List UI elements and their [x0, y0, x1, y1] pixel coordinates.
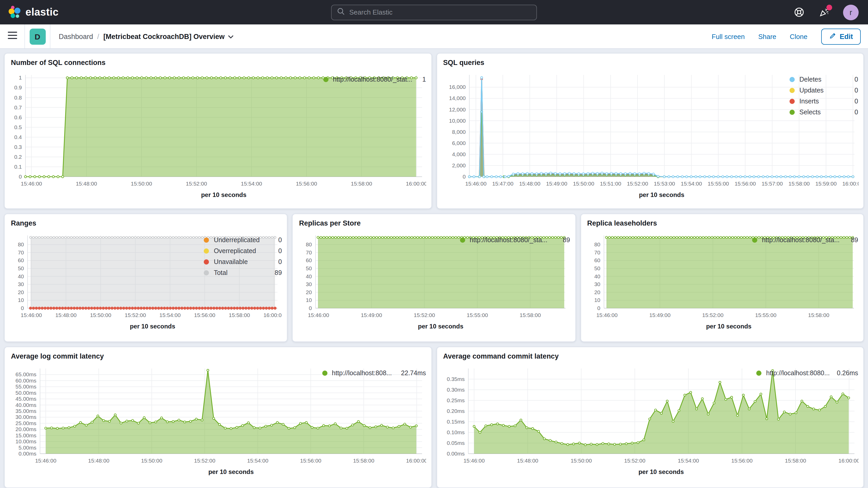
share-button[interactable]: Share	[758, 32, 776, 40]
svg-text:15:48:00: 15:48:00	[55, 312, 77, 318]
legend-item[interactable]: http://localhost:8080...0.26ms	[756, 367, 858, 378]
svg-text:0.2: 0.2	[14, 154, 22, 160]
chart-canvas-log-commit-latency[interactable]: 0.00ms5.00ms10.00ms15.00ms20.00ms25.00ms…	[10, 363, 322, 467]
panel-title[interactable]: Average command commit latency	[443, 353, 858, 360]
help-icon[interactable]	[793, 6, 805, 18]
svg-text:20: 20	[594, 289, 600, 295]
edit-button[interactable]: Edit	[821, 28, 861, 44]
svg-text:15:49:00: 15:49:00	[649, 312, 671, 318]
global-search[interactable]	[331, 4, 537, 20]
svg-text:0: 0	[462, 174, 465, 180]
svg-text:15:50:00: 15:50:00	[573, 181, 594, 187]
svg-text:2,000: 2,000	[452, 162, 465, 169]
svg-text:16,000: 16,000	[449, 84, 465, 90]
svg-text:80: 80	[306, 241, 312, 247]
panel-title[interactable]: Ranges	[11, 219, 282, 227]
legend-swatch-icon	[204, 237, 209, 242]
legend-value: 89	[847, 236, 858, 243]
panel-ranges: Ranges 0102030405060708015:46:0015:48:00…	[4, 214, 288, 342]
chart-canvas-replica-leaseholders[interactable]: 0102030405060708015:46:0015:49:0015:52:0…	[586, 230, 752, 322]
svg-text:15:49:00: 15:49:00	[361, 312, 382, 318]
legend-item[interactable]: http://localhost:8080/_sta...89	[752, 234, 858, 245]
svg-text:15:54:00: 15:54:00	[159, 312, 181, 318]
legend-item[interactable]: http://localhost:808...22.74ms	[322, 367, 426, 378]
page-title-text: [Metricbeat CockroachDB] Overview	[103, 32, 225, 40]
chart-legend: Deletes0Updates0Inserts0Selects0	[789, 70, 858, 199]
legend-item[interactable]: Updates0	[789, 85, 858, 96]
svg-text:60: 60	[306, 257, 312, 263]
svg-text:0.25ms: 0.25ms	[446, 397, 464, 403]
panel-title[interactable]: Average log commit latency	[11, 353, 426, 360]
svg-text:0.7: 0.7	[14, 104, 22, 111]
newsfeed-icon[interactable]	[818, 6, 830, 18]
chart-canvas-replicas-per-store[interactable]: 0102030405060708015:46:0015:49:0015:52:0…	[298, 230, 460, 322]
legend-item[interactable]: Total89	[204, 267, 282, 278]
legend-item[interactable]: Deletes0	[789, 74, 858, 85]
svg-text:40.00ms: 40.00ms	[16, 402, 36, 408]
svg-text:0.35ms: 0.35ms	[446, 376, 464, 382]
dashboard-toolbar: D Dashboard / [Metricbeat CockroachDB] O…	[0, 24, 868, 49]
legend-item[interactable]: http://localhost:8080/_sta...89	[460, 234, 570, 245]
search-icon	[337, 7, 345, 18]
svg-text:15:52:00: 15:52:00	[414, 312, 435, 318]
svg-text:65.00ms: 65.00ms	[16, 371, 36, 377]
legend-item[interactable]: Overreplicated0	[204, 245, 282, 256]
svg-text:15:46:00: 15:46:00	[463, 458, 485, 464]
svg-text:15:46:00: 15:46:00	[35, 458, 56, 464]
panel-title[interactable]: SQL queries	[443, 59, 858, 66]
svg-text:0.10ms: 0.10ms	[446, 429, 464, 435]
panel-average-command-commit-latency: Average command commit latency 0.00ms0.0…	[436, 347, 864, 488]
chevron-down-icon[interactable]	[228, 32, 234, 40]
chart-canvas-command-commit-latency[interactable]: 0.00ms0.05ms0.10ms0.15ms0.20ms0.25ms0.30…	[442, 363, 756, 467]
legend-swatch-icon	[204, 270, 209, 275]
user-avatar[interactable]: r	[843, 4, 859, 20]
legend-label: Updates	[799, 87, 824, 94]
svg-text:0.00ms: 0.00ms	[19, 451, 36, 457]
svg-text:15:50:00: 15:50:00	[90, 312, 111, 318]
clone-button[interactable]: Clone	[790, 32, 807, 40]
svg-text:15:46:00: 15:46:00	[308, 312, 329, 318]
svg-text:80: 80	[594, 241, 600, 247]
svg-text:0: 0	[19, 174, 22, 180]
svg-text:50.00ms: 50.00ms	[16, 390, 36, 396]
panel-title[interactable]: Replica leaseholders	[587, 219, 858, 227]
svg-text:15:56:00: 15:56:00	[300, 458, 321, 464]
svg-text:15:48:00: 15:48:00	[519, 181, 540, 187]
svg-text:0.4: 0.4	[14, 134, 22, 140]
panel-title[interactable]: Number of SQL connections	[11, 59, 426, 66]
menu-button[interactable]	[0, 24, 24, 48]
breadcrumb-dashboard[interactable]: Dashboard	[59, 32, 93, 40]
chart-canvas-sql-queries[interactable]: 02,0004,0006,0008,00010,00012,00014,0001…	[442, 70, 789, 190]
legend-item[interactable]: http://localhost:8080/_stat...1	[323, 74, 426, 85]
svg-text:30.00ms: 30.00ms	[16, 414, 36, 420]
svg-text:60: 60	[594, 257, 600, 263]
svg-text:40: 40	[18, 273, 24, 279]
full-screen-button[interactable]: Full screen	[712, 32, 745, 40]
page-title[interactable]: [Metricbeat CockroachDB] Overview	[103, 32, 234, 40]
chart-canvas-sql-connections[interactable]: 00.10.20.30.40.50.60.70.80.9115:46:0015:…	[10, 70, 323, 190]
svg-text:30: 30	[18, 281, 24, 287]
svg-text:15:48:00: 15:48:00	[88, 458, 110, 464]
dashboard-badge[interactable]: D	[29, 28, 45, 44]
chart-legend: http://localhost:8080/_sta...89	[752, 230, 858, 330]
chart-canvas-ranges[interactable]: 0102030405060708015:46:0015:48:0015:50:0…	[10, 230, 204, 322]
legend-item[interactable]: Selects0	[789, 106, 858, 118]
svg-text:20.00ms: 20.00ms	[16, 426, 36, 432]
svg-text:0: 0	[21, 305, 24, 311]
svg-text:15:56:00: 15:56:00	[296, 181, 317, 187]
svg-text:0.6: 0.6	[14, 114, 22, 120]
svg-text:70: 70	[18, 249, 24, 255]
legend-item[interactable]: Underreplicated0	[204, 234, 282, 245]
legend-item[interactable]: Unavailable0	[204, 256, 282, 267]
search-input[interactable]	[349, 8, 531, 16]
svg-text:5.00ms: 5.00ms	[19, 445, 36, 451]
panel-title[interactable]: Replicas per Store	[299, 219, 570, 227]
chart-legend: Underreplicated0Overreplicated0Unavailab…	[204, 230, 282, 330]
legend-value: 0	[850, 87, 858, 94]
legend-label: Unavailable	[214, 258, 248, 265]
legend-item[interactable]: Inserts0	[789, 96, 858, 106]
svg-text:10: 10	[18, 297, 24, 303]
kibana-app: elastic	[0, 0, 868, 488]
svg-text:0.1: 0.1	[14, 164, 22, 170]
elastic-brand[interactable]: elastic	[0, 4, 59, 21]
